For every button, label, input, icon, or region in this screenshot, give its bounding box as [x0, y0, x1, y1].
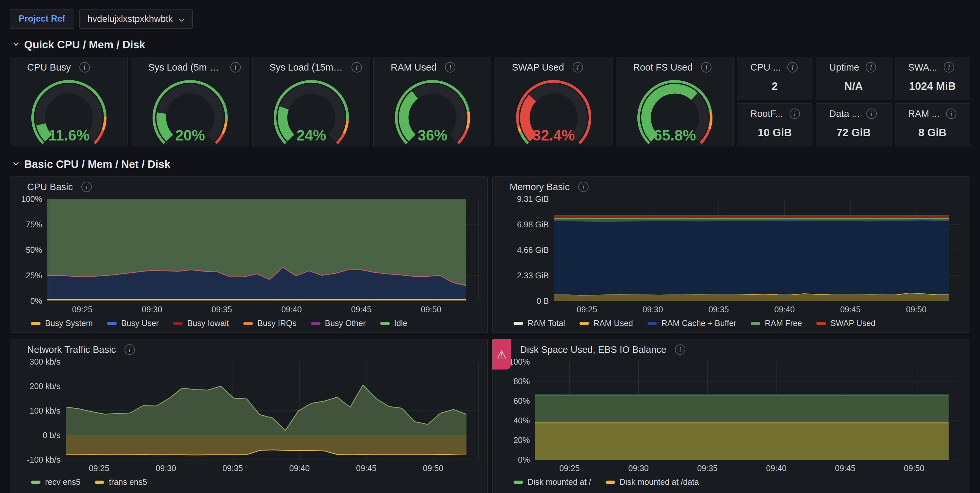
gauge: 65.8%: [616, 78, 733, 147]
y-axis-labels: 0 B2.33 GiB4.66 GiB6.98 GiB9.31 GiB: [498, 199, 554, 301]
legend-item[interactable]: Busy Other: [311, 318, 366, 328]
chart-body: 0 B2.33 GiB4.66 GiB6.98 GiB9.31 GiB 09:2…: [493, 197, 970, 316]
plot-area[interactable]: [48, 199, 479, 301]
info-icon[interactable]: i: [701, 62, 711, 73]
x-tick-label: 09:25: [577, 305, 598, 314]
stat-panel: RootF... i 10 GiB: [737, 103, 813, 146]
panel-title[interactable]: SWAP Used: [512, 62, 564, 73]
panel-title[interactable]: Sys Load (5m a...: [148, 62, 222, 73]
info-icon[interactable]: i: [230, 62, 241, 73]
info-icon[interactable]: i: [675, 344, 685, 355]
legend-color-pill: [380, 322, 390, 325]
section-basic-cpu-mem-net-disk[interactable]: Basic CPU / Mem / Net / Disk: [13, 158, 970, 170]
legend-label: Busy IRQs: [258, 318, 296, 328]
panel-header: Uptime i: [816, 57, 891, 78]
y-tick-label: 0 B: [536, 296, 549, 306]
panel-header: Disk Space Used, EBS IO Balance i: [493, 339, 970, 360]
panel-title[interactable]: CPU Busy: [27, 62, 71, 73]
legend-item[interactable]: Busy IRQs: [243, 318, 296, 328]
info-icon[interactable]: i: [787, 62, 798, 73]
x-tick-label: 09:45: [835, 464, 856, 473]
panel-title[interactable]: Memory Basic: [510, 182, 570, 192]
legend-item[interactable]: Busy User: [107, 318, 159, 328]
panel-title[interactable]: Uptime: [829, 62, 859, 73]
legend-item[interactable]: RAM Cache + Buffer: [648, 318, 737, 328]
legend-item[interactable]: Busy System: [31, 318, 93, 328]
info-icon[interactable]: i: [578, 182, 589, 192]
panel-title[interactable]: Network Traffic Basic: [27, 344, 116, 355]
panel-title[interactable]: RAM Used: [391, 62, 436, 73]
info-icon[interactable]: i: [573, 62, 583, 73]
gauge: 24%: [253, 78, 370, 147]
legend-color-pill: [95, 480, 104, 484]
info-icon[interactable]: i: [81, 182, 92, 192]
x-tick-label: 09:50: [423, 464, 444, 473]
y-tick-label: 60%: [514, 396, 530, 406]
legend-item[interactable]: SWAP Used: [816, 318, 875, 328]
x-tick-label: 09:50: [421, 305, 441, 314]
stat-panel: CPU ... i 2: [737, 57, 813, 100]
svg-text:36%: 36%: [417, 127, 447, 144]
alert-warning-icon[interactable]: ⚠: [492, 339, 511, 369]
x-tick-label: 09:40: [289, 464, 310, 473]
chart-body: 0%20%40%60%80%100% 09:2509:3009:3509:400…: [493, 360, 970, 475]
plot-area[interactable]: [554, 199, 961, 301]
panel-header: Sys Load (15m ... i: [253, 57, 370, 78]
panel-title[interactable]: Data ...: [829, 108, 860, 119]
gauge-panel: Root FS Used i 65.8%: [616, 57, 734, 146]
legend-item[interactable]: RAM Free: [751, 318, 802, 328]
panel-header: Network Traffic Basic i: [10, 339, 487, 360]
stat-value: N/A: [816, 78, 891, 100]
x-tick-label: 09:25: [72, 305, 92, 314]
legend-color-pill: [173, 322, 183, 325]
legend-item[interactable]: Disk mounted at /data: [606, 477, 699, 487]
x-tick-label: 09:35: [223, 464, 243, 473]
gauge-panel: Sys Load (15m ... i 24%: [252, 57, 370, 146]
info-icon[interactable]: i: [124, 344, 135, 355]
panel-title[interactable]: Root FS Used: [633, 62, 692, 73]
legend-item[interactable]: recv ens5: [31, 477, 80, 487]
panel-title[interactable]: SWA...: [908, 62, 937, 73]
legend-item[interactable]: RAM Used: [579, 318, 633, 328]
panel-title[interactable]: Sys Load (15m ...: [269, 62, 343, 73]
plot-area[interactable]: [66, 362, 479, 460]
legend-item[interactable]: Busy Iowait: [173, 318, 229, 328]
project-ref-button[interactable]: Project Ref: [10, 9, 74, 29]
panel-header: RootF... i: [737, 103, 812, 124]
project-ref-label: Project Ref: [19, 14, 65, 24]
panel-title[interactable]: CPU ...: [750, 62, 781, 73]
info-icon[interactable]: i: [865, 62, 876, 73]
info-icon[interactable]: i: [80, 62, 90, 73]
svg-text:11.6%: 11.6%: [48, 127, 89, 144]
svg-text:32.4%: 32.4%: [533, 127, 574, 144]
panel-header: CPU Busy i: [10, 57, 127, 78]
legend-item[interactable]: Disk mounted at /: [514, 477, 591, 487]
legend-label: Disk mounted at /data: [620, 477, 699, 487]
section-quick-cpu-mem-disk[interactable]: Quick CPU / Mem / Disk: [13, 38, 970, 51]
legend-item[interactable]: trans ens5: [95, 477, 147, 487]
panel-title[interactable]: Disk Space Used, EBS IO Balance: [520, 344, 667, 355]
plot-wrap: 09:2509:3009:3509:4009:4509:50: [535, 362, 961, 475]
gauge: 20%: [131, 78, 248, 147]
info-icon[interactable]: i: [946, 108, 956, 119]
top-bar: Project Ref hvdelujxlxstpxkhwbtk: [10, 0, 970, 31]
panel-title[interactable]: RootF...: [750, 108, 783, 119]
stat-panel: Data ... i 72 GiB: [816, 103, 891, 146]
info-icon[interactable]: i: [352, 62, 362, 73]
panel-title[interactable]: RAM ...: [908, 108, 940, 119]
x-tick-label: 09:35: [697, 464, 718, 473]
panel-title[interactable]: CPU Basic: [27, 182, 73, 192]
legend-item[interactable]: RAM Total: [514, 318, 565, 328]
legend-item[interactable]: Idle: [380, 318, 407, 328]
info-icon[interactable]: i: [866, 108, 877, 119]
legend-color-pill: [31, 322, 40, 325]
legend-label: Busy System: [45, 318, 93, 328]
x-axis-labels: 09:2509:3009:3509:4009:4509:50: [66, 460, 479, 475]
y-tick-label: -100 kb/s: [27, 455, 60, 464]
info-icon[interactable]: i: [789, 108, 800, 119]
project-ref-dropdown[interactable]: hvdelujxlxstpxkhwbtk: [80, 9, 193, 29]
gauge-panel: RAM Used i 36%: [373, 57, 491, 146]
plot-area[interactable]: [535, 362, 961, 460]
info-icon[interactable]: i: [445, 62, 455, 73]
info-icon[interactable]: i: [944, 62, 954, 73]
